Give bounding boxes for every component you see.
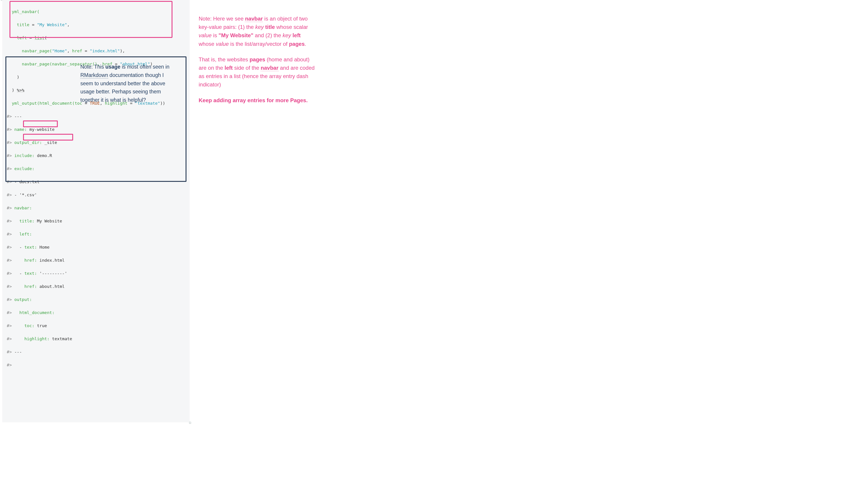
code-line: #> output: xyxy=(2,296,190,303)
code-token: = xyxy=(29,35,34,40)
code-token: highlight xyxy=(105,101,130,106)
code-token: = xyxy=(85,101,90,106)
code-line: #> --- xyxy=(2,348,190,355)
code-token: href: xyxy=(24,258,37,263)
code-token: highlight: xyxy=(24,336,50,341)
code-token: navbar_page( xyxy=(7,49,52,53)
code-token: Home xyxy=(37,245,50,250)
code-token: ) xyxy=(150,61,153,66)
code-token: left xyxy=(7,35,29,40)
code-token: #> xyxy=(7,166,14,171)
note-text-italic: value xyxy=(216,41,229,47)
note-text: whose scalar xyxy=(275,24,308,30)
note-text-bold: title xyxy=(265,24,275,30)
code-token: my-website xyxy=(27,127,55,132)
code-token: yml_output( xyxy=(7,101,39,106)
slide-frame: yml_navbar( title = "My Website", left =… xyxy=(0,0,329,425)
code-token: #> xyxy=(7,323,24,328)
note-text xyxy=(291,32,293,38)
code-line: #> html_document: xyxy=(2,309,190,316)
code-line: #> - '*.csv' xyxy=(2,192,190,198)
code-token: #> xyxy=(7,297,14,302)
code-token: , xyxy=(67,22,70,27)
code-token: about.html xyxy=(37,284,65,289)
note-text-italic: value xyxy=(199,32,212,38)
code-token: "My Website" xyxy=(37,22,67,27)
code-token: = xyxy=(85,49,90,53)
note-paragraph-3: Keep adding array entries for more Pages… xyxy=(199,96,316,105)
code-token: ), xyxy=(120,49,125,53)
note-text-bold: navbar xyxy=(261,65,279,71)
note-text-italic: key xyxy=(283,32,291,38)
code-token: "about.html" xyxy=(120,61,150,66)
code-token: html_document( xyxy=(39,101,75,106)
code-line: #> - docs.txt xyxy=(2,178,190,185)
code-token: = xyxy=(32,22,37,27)
code-token: "index.html" xyxy=(90,49,120,53)
code-block: yml_navbar( title = "My Website", left =… xyxy=(2,0,190,422)
code-line: #> output_dir: _site xyxy=(2,139,190,146)
code-line: #> xyxy=(2,362,190,368)
code-line: #> title: My Website xyxy=(2,218,190,224)
note-text-italic: key xyxy=(255,24,264,30)
code-line: navbar_page(navbar_separator(), href = "… xyxy=(2,61,190,67)
code-token: toc: xyxy=(24,323,35,328)
code-line: navbar_page("Home", href = "index.html")… xyxy=(2,48,190,54)
code-line: ) xyxy=(2,74,190,80)
code-line: #> left: xyxy=(2,231,190,237)
note-text: side of the xyxy=(233,65,261,71)
code-token: #> xyxy=(7,193,14,197)
note-paragraph-1: Note: Here we see navbar is an object of… xyxy=(199,15,316,48)
code-token: #> xyxy=(7,245,19,250)
code-token: navbar_separator(), xyxy=(52,61,102,66)
code-token: ( xyxy=(45,35,47,40)
code-token: #> xyxy=(7,271,19,276)
code-token: '---------' xyxy=(37,271,67,276)
note-text-bold: Keep adding array entries for more Pages… xyxy=(199,97,308,103)
code-panel: yml_navbar( title = "My Website", left =… xyxy=(2,0,190,422)
notes-column: Note: Here we see navbar is an object of… xyxy=(199,0,316,112)
code-token: _site xyxy=(42,140,57,145)
note-text-bold: pages xyxy=(289,41,304,47)
code-token: #> xyxy=(7,336,24,341)
note-text-bold: "My Website" xyxy=(218,32,253,38)
note-text: That is, the websites xyxy=(199,56,249,62)
code-token: navbar_page( xyxy=(7,61,52,66)
code-token: name: xyxy=(14,127,27,132)
note-text: is the list/array/vector of xyxy=(229,41,289,47)
code-token: )) xyxy=(160,101,165,106)
note-text: whose xyxy=(199,41,216,47)
code-token: include: xyxy=(14,153,34,158)
code-token: left: xyxy=(19,232,32,236)
code-token: output: xyxy=(14,297,32,302)
code-token: textmate xyxy=(50,336,72,341)
code-token: text: xyxy=(24,271,37,276)
note-text-bold: left xyxy=(293,32,301,38)
code-token: ) xyxy=(7,88,17,92)
note-text: . xyxy=(305,41,306,47)
code-token: yml_navbar( xyxy=(7,9,39,14)
code-token: , xyxy=(67,49,72,53)
code-token: href: xyxy=(24,284,37,289)
note-text: Note: Here we see xyxy=(199,16,245,22)
note-paragraph-2: That is, the websites pages (home and ab… xyxy=(199,55,316,89)
code-token: "textmate" xyxy=(135,101,160,106)
code-token: #> xyxy=(7,179,14,184)
code-token: --- xyxy=(14,349,22,354)
code-token: #> xyxy=(7,362,12,367)
code-token: html_document: xyxy=(19,310,55,315)
code-line: #> href: about.html xyxy=(2,283,190,290)
code-line: #> - text: '---------' xyxy=(2,270,190,276)
code-token: ) xyxy=(7,75,19,79)
code-token: #> xyxy=(7,140,14,145)
code-line: left = list( xyxy=(2,35,190,41)
code-token: index.html xyxy=(37,258,65,263)
code-token: TRUE xyxy=(90,101,100,106)
code-line: ) %>% xyxy=(2,87,190,93)
code-line: #> - text: Home xyxy=(2,244,190,250)
code-token: - '*.csv' xyxy=(14,193,37,197)
code-line: title = "My Website", xyxy=(2,21,190,28)
code-token: #> xyxy=(7,127,14,132)
code-token: href xyxy=(72,49,85,53)
code-line: yml_navbar( xyxy=(2,8,190,15)
